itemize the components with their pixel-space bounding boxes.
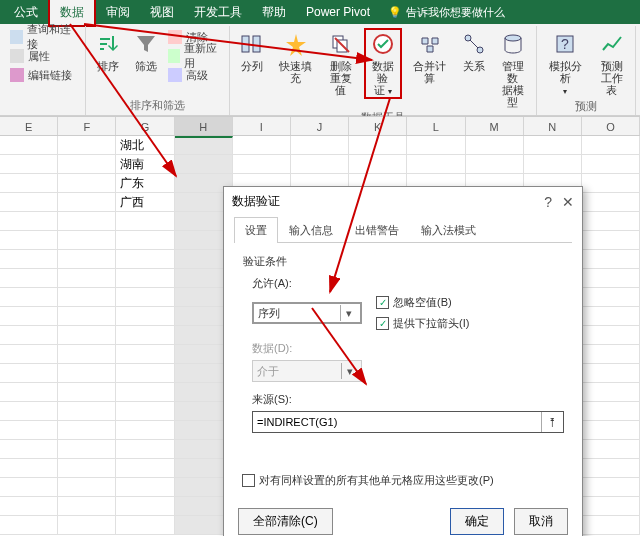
col-header-G[interactable]: G — [116, 117, 174, 135]
cell[interactable] — [58, 440, 116, 459]
cell[interactable] — [466, 155, 524, 174]
range-picker-icon[interactable]: ⭱ — [541, 412, 563, 432]
tab-help[interactable]: 帮助 — [252, 0, 296, 25]
cell[interactable] — [116, 345, 174, 364]
in-cell-dropdown-checkbox[interactable]: ✓提供下拉箭头(I) — [376, 316, 469, 331]
cell[interactable] — [582, 364, 640, 383]
cell[interactable] — [407, 136, 465, 155]
consolidate-button[interactable]: 合并计算 — [408, 28, 452, 86]
cell[interactable] — [0, 307, 58, 326]
cell[interactable] — [582, 345, 640, 364]
cell[interactable] — [58, 478, 116, 497]
cell[interactable] — [58, 250, 116, 269]
dialog-titlebar[interactable]: 数据验证 ? ✕ — [224, 187, 582, 216]
tab-formulas[interactable]: 公式 — [4, 0, 48, 25]
col-header-K[interactable]: K — [349, 117, 407, 135]
cell[interactable] — [582, 155, 640, 174]
cancel-button[interactable]: 取消 — [514, 508, 568, 535]
cell[interactable] — [116, 212, 174, 231]
cell[interactable] — [349, 136, 407, 155]
cell[interactable] — [58, 516, 116, 535]
cell[interactable] — [116, 364, 174, 383]
cell[interactable] — [582, 231, 640, 250]
col-header-O[interactable]: O — [582, 117, 640, 135]
cell[interactable]: 湖南 — [116, 155, 174, 174]
cell[interactable] — [0, 288, 58, 307]
cell[interactable] — [349, 155, 407, 174]
cell[interactable] — [466, 136, 524, 155]
cell[interactable] — [582, 497, 640, 516]
advanced-filter-button[interactable]: 高级 — [168, 66, 223, 84]
cell[interactable] — [0, 383, 58, 402]
cell[interactable] — [0, 174, 58, 193]
cell[interactable] — [116, 326, 174, 345]
col-header-J[interactable]: J — [291, 117, 349, 135]
cell[interactable] — [524, 136, 582, 155]
cell[interactable] — [0, 459, 58, 478]
cell[interactable] — [116, 516, 174, 535]
col-header-M[interactable]: M — [466, 117, 524, 135]
cell[interactable] — [58, 174, 116, 193]
cell[interactable] — [233, 136, 291, 155]
cell[interactable] — [58, 402, 116, 421]
close-icon[interactable]: ✕ — [562, 194, 574, 210]
cell[interactable] — [0, 497, 58, 516]
cell[interactable] — [582, 288, 640, 307]
cell[interactable] — [0, 345, 58, 364]
cell[interactable] — [0, 402, 58, 421]
queries-connections-button[interactable]: 查询和连接 — [10, 28, 79, 46]
cell[interactable] — [58, 364, 116, 383]
cell[interactable] — [233, 155, 291, 174]
cell[interactable] — [116, 402, 174, 421]
dialog-tab-input[interactable]: 输入信息 — [278, 217, 344, 243]
filter-button[interactable]: 筛选 — [130, 28, 162, 74]
cell[interactable] — [582, 307, 640, 326]
apply-others-checkbox[interactable]: ✓对有同样设置的所有其他单元格应用这些更改(P) — [242, 473, 564, 488]
edit-links-button[interactable]: 编辑链接 — [10, 66, 79, 84]
cell[interactable] — [407, 155, 465, 174]
cell[interactable] — [582, 193, 640, 212]
cell[interactable] — [58, 497, 116, 516]
cell[interactable] — [116, 478, 174, 497]
cell[interactable] — [582, 212, 640, 231]
cell[interactable] — [58, 193, 116, 212]
properties-button[interactable]: 属性 — [10, 47, 79, 65]
cell[interactable] — [582, 516, 640, 535]
cell[interactable] — [116, 250, 174, 269]
cell[interactable] — [58, 269, 116, 288]
col-header-N[interactable]: N — [524, 117, 582, 135]
cell[interactable] — [175, 136, 233, 155]
dialog-tab-error[interactable]: 出错警告 — [344, 217, 410, 243]
cell[interactable] — [0, 136, 58, 155]
col-header-E[interactable]: E — [0, 117, 58, 135]
cell[interactable] — [582, 478, 640, 497]
tab-powerpivot[interactable]: Power Pivot — [296, 1, 380, 23]
cell[interactable]: 广东 — [116, 174, 174, 193]
text-to-columns-button[interactable]: 分列 — [236, 28, 268, 74]
cell[interactable] — [116, 459, 174, 478]
cell[interactable] — [0, 231, 58, 250]
tell-me[interactable]: 💡 告诉我你想要做什么 — [388, 5, 505, 20]
cell[interactable] — [582, 269, 640, 288]
cell[interactable] — [58, 155, 116, 174]
cell[interactable] — [582, 174, 640, 193]
reapply-button[interactable]: 重新应用 — [168, 47, 223, 65]
cell[interactable] — [0, 478, 58, 497]
clear-all-button[interactable]: 全部清除(C) — [238, 508, 333, 535]
cell[interactable] — [58, 326, 116, 345]
ok-button[interactable]: 确定 — [450, 508, 504, 535]
tab-view[interactable]: 视图 — [140, 0, 184, 25]
cell[interactable] — [58, 421, 116, 440]
cell[interactable] — [582, 421, 640, 440]
source-input[interactable] — [253, 416, 541, 428]
cell[interactable]: 湖北 — [116, 136, 174, 155]
cell[interactable] — [58, 231, 116, 250]
cell[interactable] — [0, 193, 58, 212]
data-validation-button[interactable]: 数据验证 ▾ — [364, 28, 402, 99]
tab-developer[interactable]: 开发工具 — [184, 0, 252, 25]
cell[interactable] — [524, 155, 582, 174]
cell[interactable] — [291, 155, 349, 174]
cell[interactable] — [58, 459, 116, 478]
cell[interactable] — [0, 364, 58, 383]
cell[interactable] — [0, 326, 58, 345]
